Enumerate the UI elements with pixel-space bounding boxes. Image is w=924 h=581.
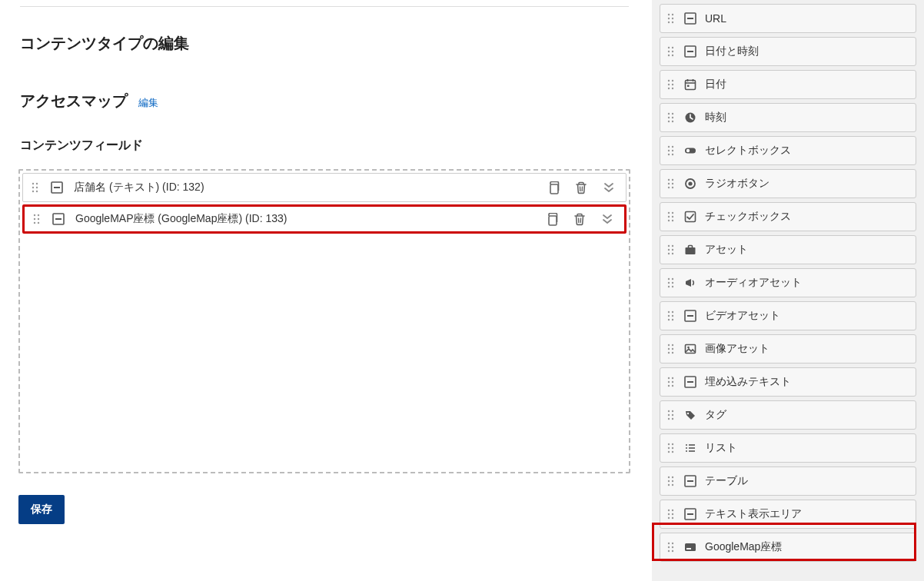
drag-handle-icon[interactable] (660, 111, 680, 124)
delete-icon[interactable] (573, 213, 586, 226)
drag-handle-icon[interactable] (660, 508, 680, 520)
field-row[interactable]: 店舗名 (テキスト) (ID: 132) (22, 173, 627, 202)
image-icon (680, 343, 700, 355)
palette-item[interactable]: 埋め込みテキスト (660, 367, 916, 397)
palette-item[interactable]: アセット (660, 235, 916, 264)
palette-item[interactable]: テキスト表示エリア (660, 500, 916, 529)
palette-item[interactable]: 画像アセット (660, 334, 916, 364)
palette-item-label: セレクトボックス (700, 144, 791, 158)
palette-item-label: チェックボックス (700, 210, 791, 224)
top-divider (20, 6, 629, 7)
fields-heading: コンテンツフィールド (20, 138, 630, 154)
calendar-icon (680, 78, 700, 91)
drag-handle-icon[interactable] (660, 12, 680, 25)
palette-item-label: 日付 (700, 78, 726, 91)
drag-handle-icon[interactable] (25, 213, 48, 225)
drag-handle-icon[interactable] (660, 343, 680, 355)
drag-handle-icon[interactable] (660, 475, 680, 487)
palette-item[interactable]: GoogleMap座標 (660, 533, 916, 562)
text-box-icon (680, 310, 700, 322)
save-button[interactable]: 保存 (18, 495, 65, 524)
list-icon (680, 442, 700, 454)
palette-item-label: ラジオボタン (700, 177, 769, 191)
text-box-icon (680, 45, 700, 58)
palette-item[interactable]: チェックボックス (660, 202, 916, 231)
palette-item-label: テーブル (700, 474, 748, 488)
drag-handle-icon[interactable] (660, 310, 680, 322)
megaphone-icon (680, 277, 700, 289)
drag-handle-icon[interactable] (660, 376, 680, 388)
drag-handle-icon[interactable] (660, 178, 680, 190)
text-box-icon (46, 181, 68, 194)
palette-item[interactable]: ビデオアセット (660, 301, 916, 330)
toggle-icon (680, 144, 700, 157)
palette-item-label: URL (700, 12, 726, 25)
field-label: GoogleMAP座標 (GoogleMap座標) (ID: 133) (69, 212, 546, 226)
expand-icon[interactable] (601, 213, 613, 225)
palette-list: URL日付と時刻日付時刻セレクトボックスラジオボタンチェックボックスアセットオー… (660, 4, 916, 562)
text-box-icon (680, 376, 700, 388)
drag-handle-icon[interactable] (660, 144, 680, 157)
drag-handle-icon[interactable] (660, 442, 680, 454)
palette-item[interactable]: URL (660, 4, 916, 33)
fields-drop-panel[interactable]: 店舗名 (テキスト) (ID: 132) GoogleMAP座標 (Google… (18, 169, 630, 473)
palette-item-label: オーディオアセット (700, 276, 802, 290)
drag-handle-icon[interactable] (660, 78, 680, 91)
drag-handle-icon[interactable] (660, 244, 680, 256)
palette-item-label: テキスト表示エリア (700, 507, 802, 521)
checkbox-icon (680, 211, 700, 223)
duplicate-icon[interactable] (546, 213, 558, 226)
palette-item-label: 時刻 (700, 111, 726, 124)
briefcase-icon (680, 244, 700, 256)
edit-link[interactable]: 編集 (138, 96, 158, 110)
palette-item[interactable]: セレクトボックス (660, 136, 916, 165)
delete-icon[interactable] (575, 181, 587, 194)
palette-item[interactable]: 時刻 (660, 103, 916, 132)
palette-item-label: タグ (700, 408, 726, 422)
palette-item[interactable]: オーディオアセット (660, 268, 916, 297)
palette-item-label: 日付と時刻 (700, 45, 759, 58)
text-box-icon (680, 508, 700, 520)
main-content: コンテンツタイプの編集 アクセスマップ 編集 コンテンツフィールド 店舗名 (テ… (18, 0, 630, 524)
palette-item[interactable]: 日付と時刻 (660, 37, 916, 66)
radio-icon (680, 178, 700, 190)
tag-icon (680, 409, 700, 421)
palette-item[interactable]: リスト (660, 433, 916, 463)
palette-item-label: ビデオアセット (700, 309, 780, 323)
palette-item[interactable]: ラジオボタン (660, 169, 916, 198)
palette-item[interactable]: 日付 (660, 70, 916, 99)
duplicate-icon[interactable] (547, 181, 560, 194)
palette-item-label: リスト (700, 441, 737, 455)
field-row[interactable]: GoogleMAP座標 (GoogleMap座標) (ID: 133) (22, 204, 627, 234)
drag-handle-icon[interactable] (660, 541, 680, 553)
field-label: 店舗名 (テキスト) (ID: 132) (68, 181, 547, 194)
drag-handle-icon[interactable] (660, 45, 680, 58)
expand-icon[interactable] (603, 181, 615, 194)
field-palette-sidebar: URL日付と時刻日付時刻セレクトボックスラジオボタンチェックボックスアセットオー… (652, 0, 924, 581)
palette-item[interactable]: テーブル (660, 466, 916, 496)
drag-handle-icon[interactable] (660, 409, 680, 421)
content-type-name: アクセスマップ (20, 91, 128, 111)
palette-item-label: 画像アセット (700, 342, 769, 356)
palette-item-label: アセット (700, 243, 748, 257)
drag-handle-icon[interactable] (23, 181, 46, 194)
card-icon (680, 541, 700, 553)
palette-item-label: GoogleMap座標 (700, 540, 782, 554)
palette-item-label: 埋め込みテキスト (700, 375, 791, 389)
palette-item[interactable]: タグ (660, 400, 916, 430)
page-title: コンテンツタイプの編集 (20, 33, 630, 54)
text-box-icon (48, 213, 69, 225)
text-box-icon (680, 12, 700, 25)
drag-handle-icon[interactable] (660, 277, 680, 289)
clock-icon (680, 111, 700, 124)
text-box-icon (680, 475, 700, 487)
drag-handle-icon[interactable] (660, 211, 680, 223)
